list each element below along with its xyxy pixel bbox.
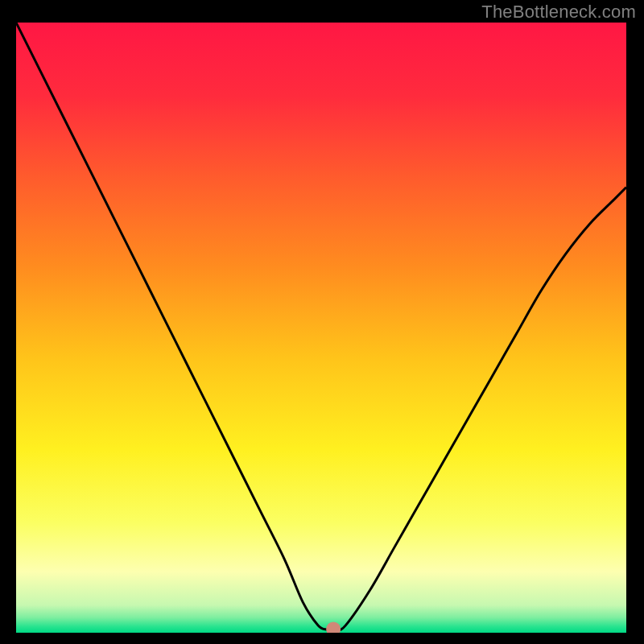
gradient-background bbox=[16, 23, 626, 633]
chart-svg bbox=[16, 23, 626, 633]
watermark-text: TheBottleneck.com bbox=[481, 2, 636, 23]
plot-area bbox=[16, 23, 626, 633]
chart-container: TheBottleneck.com bbox=[0, 0, 644, 644]
